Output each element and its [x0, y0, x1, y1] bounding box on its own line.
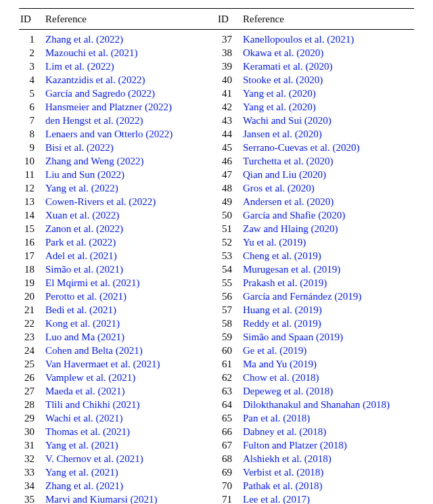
reference-link[interactable]: García and Sagredo (2022) — [45, 88, 155, 99]
reference-link[interactable]: Bisi et al. (2022) — [45, 142, 114, 153]
id-cell: 4 — [19, 74, 43, 87]
reference-link[interactable]: Stooke et al. (2020) — [243, 74, 323, 85]
id-cell: 66 — [216, 426, 240, 439]
ref-cell: V. Chernov et al. (2021) — [43, 453, 216, 466]
ref-cell: Qian and Liu (2020) — [240, 168, 414, 182]
reference-link[interactable]: Okawa et al. (2020) — [243, 47, 323, 58]
reference-link[interactable]: Bedi et al. (2021) — [45, 304, 116, 315]
reference-link[interactable]: Dabney et al. (2018) — [243, 426, 326, 437]
reference-link[interactable]: Yang et al. (2021) — [45, 467, 118, 478]
reference-link[interactable]: García and Shafie (2020) — [243, 210, 345, 221]
ref-cell: Ge et al. (2019) — [240, 344, 414, 358]
reference-link[interactable]: Jansen et al. (2020) — [243, 129, 322, 139]
id-cell: 25 — [19, 358, 43, 371]
reference-link[interactable]: Yang et al. (2020) — [243, 88, 316, 99]
reference-link[interactable]: Murugesan et al. (2019) — [243, 264, 340, 275]
id-cell: 49 — [216, 196, 240, 209]
reference-link[interactable]: Keramati et al. (2020) — [243, 61, 332, 72]
reference-link[interactable]: Simão et al. (2021) — [45, 264, 123, 275]
reference-link[interactable]: Xuan et al. (2022) — [45, 210, 119, 221]
id-cell: 56 — [216, 290, 240, 304]
reference-link[interactable]: El Mqirmi et al. (2021) — [45, 277, 140, 288]
reference-link[interactable]: Liu and Sun (2022) — [45, 169, 124, 180]
reference-link[interactable]: Luo and Ma (2021) — [45, 331, 124, 342]
reference-link[interactable]: Park et al. (2022) — [45, 237, 116, 248]
reference-link[interactable]: Kazantzidis et al. (2022) — [45, 74, 145, 85]
reference-link[interactable]: Qian and Liu (2020) — [243, 169, 326, 180]
reference-link[interactable]: Yang et al. (2022) — [45, 183, 118, 193]
ref-cell: Lee et al. (2017) — [240, 493, 414, 505]
reference-link[interactable]: Turchetta et al. (2020) — [243, 156, 334, 166]
reference-link[interactable]: Zhang et al. (2022) — [45, 34, 123, 45]
reference-link[interactable]: Wachi and Sui (2020) — [243, 115, 332, 126]
reference-link[interactable]: Van Havermaet et al. (2021) — [45, 359, 160, 369]
reference-link[interactable]: Reddy et al. (2019) — [243, 318, 321, 329]
reference-link[interactable]: Prakash et al. (2019) — [243, 277, 327, 288]
ref-cell: Jansen et al. (2020) — [240, 128, 414, 141]
reference-link[interactable]: V. Chernov et al. (2021) — [45, 453, 143, 464]
reference-link[interactable]: Kong et al. (2021) — [45, 318, 120, 329]
reference-link[interactable]: Serrano-Cuevas et al. (2020) — [243, 142, 359, 153]
reference-link[interactable]: García and Fernández (2019) — [243, 291, 361, 302]
id-cell: 41 — [216, 87, 240, 101]
id-cell: 67 — [216, 439, 240, 453]
ref-cell: Liu and Sun (2022) — [43, 168, 216, 182]
reference-link[interactable]: Dilokthanakul and Shanahan (2018) — [243, 399, 390, 410]
reference-link[interactable]: den Hengst et al. (2022) — [45, 115, 143, 126]
reference-link[interactable]: Zhang et al. (2021) — [45, 480, 123, 491]
reference-link[interactable]: Fulton and Platzer (2018) — [243, 440, 347, 451]
reference-link[interactable]: Andersen et al. (2020) — [243, 196, 334, 207]
reference-link[interactable]: Thomas et al. (2021) — [45, 426, 130, 437]
ref-cell: Chow et al. (2018) — [240, 371, 414, 385]
reference-link[interactable]: Lenaers and van Otterlo (2022) — [45, 129, 173, 139]
reference-link[interactable]: Pan et al. (2018) — [243, 413, 310, 423]
id-cell: 16 — [19, 236, 43, 250]
reference-link[interactable]: Alshiekh et al. (2018) — [243, 453, 332, 464]
reference-link[interactable]: Tlili and Chikhi (2021) — [45, 399, 140, 410]
id-cell: 31 — [19, 439, 43, 453]
id-cell: 20 — [19, 290, 43, 304]
ref-cell: Yang et al. (2020) — [240, 87, 414, 101]
reference-link[interactable]: Adel et al. (2021) — [45, 250, 117, 261]
reference-link[interactable]: Marvi and Kiumarsi (2021) — [45, 494, 157, 504]
reference-link[interactable]: Yu et al. (2019) — [243, 237, 306, 248]
id-cell: 64 — [216, 398, 240, 412]
reference-link[interactable]: Zhang and Weng (2022) — [45, 156, 144, 166]
reference-link[interactable]: Cohen and Belta (2021) — [45, 345, 143, 356]
reference-link[interactable]: Yang et al. (2020) — [243, 101, 316, 112]
reference-link[interactable]: Chow et al. (2018) — [243, 372, 319, 383]
ref-cell: Zaw and Hlaing (2020) — [240, 223, 414, 236]
reference-link[interactable]: Gros et al. (2020) — [243, 183, 315, 193]
reference-link[interactable]: Huang et al. (2019) — [243, 304, 322, 315]
reference-link[interactable]: Zaw and Hlaing (2020) — [243, 223, 338, 234]
id-cell: 55 — [216, 277, 240, 290]
ref-cell: García and Shafie (2020) — [240, 209, 414, 223]
reference-link[interactable]: Mazouchi et al. (2021) — [45, 47, 138, 58]
table-row: 21Bedi et al. (2021)57Huang et al. (2019… — [19, 304, 414, 317]
reference-link[interactable]: Depeweg et al. (2018) — [243, 386, 333, 396]
reference-link[interactable]: Vamplew et al. (2021) — [45, 372, 135, 383]
col-header-id-right: ID — [216, 9, 240, 30]
reference-link[interactable]: Yang et al. (2021) — [45, 440, 118, 451]
id-cell: 44 — [216, 128, 240, 141]
table-row: 9Bisi et al. (2022)45Serrano-Cuevas et a… — [19, 141, 414, 155]
reference-link[interactable]: Zanon et al. (2022) — [45, 223, 123, 234]
reference-link[interactable]: Ge et al. (2019) — [243, 345, 306, 356]
ref-cell: García and Sagredo (2022) — [43, 87, 216, 101]
reference-link[interactable]: Hansmeier and Platzner (2022) — [45, 101, 172, 112]
reference-link[interactable]: Cheng et al. (2019) — [243, 250, 321, 261]
reference-link[interactable]: Pathak et al. (2018) — [243, 480, 322, 491]
reference-link[interactable]: Perotto et al. (2021) — [45, 291, 127, 302]
reference-link[interactable]: Ma and Yu (2019) — [243, 359, 317, 369]
reference-link[interactable]: Cowen-Rivers et al. (2022) — [45, 196, 156, 207]
table-row: 27Maeda et al. (2021)63Depeweg et al. (2… — [19, 385, 414, 398]
reference-link[interactable]: Kanellopoulos et al. (2021) — [243, 34, 354, 45]
ref-cell: Ma and Yu (2019) — [240, 358, 414, 371]
reference-link[interactable]: Maeda et al. (2021) — [45, 386, 124, 396]
ref-cell: Prakash et al. (2019) — [240, 277, 414, 290]
reference-link[interactable]: Simão and Spaan (2019) — [243, 331, 343, 342]
reference-link[interactable]: Verbist et al. (2018) — [243, 467, 323, 478]
reference-link[interactable]: Lee et al. (2017) — [243, 494, 310, 504]
reference-link[interactable]: Lim et al. (2022) — [45, 61, 114, 72]
reference-link[interactable]: Wachi et al. (2021) — [45, 413, 123, 423]
